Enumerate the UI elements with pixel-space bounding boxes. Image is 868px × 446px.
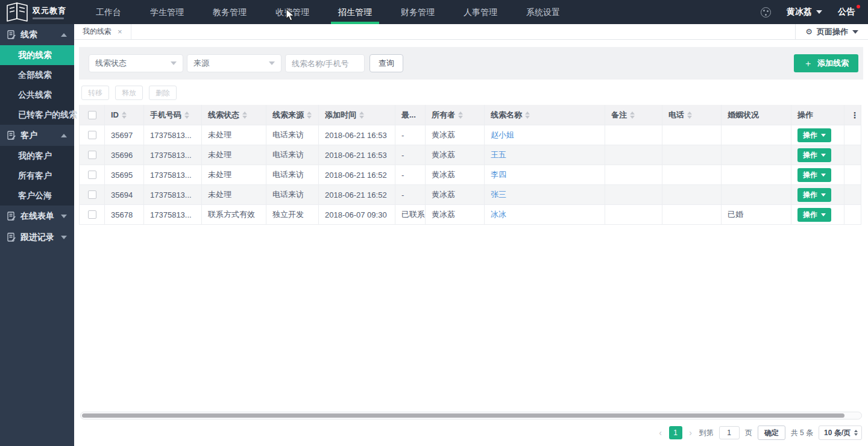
nav-item-学生管理[interactable]: 学生管理	[136, 0, 198, 24]
lead-status-select[interactable]: 线索状态	[89, 54, 183, 72]
cell-status: 未处理	[202, 125, 266, 145]
sidebar-item-全部线索[interactable]: 全部线索	[0, 65, 74, 85]
sort-icon[interactable]	[184, 111, 189, 119]
cell-more	[844, 185, 861, 205]
prev-page-icon[interactable]: ‹	[658, 428, 664, 438]
table-row: 3567817375813...联系方式有效独立开发2018-06-07 09:…	[80, 205, 861, 225]
user-menu[interactable]: 黄冰荔	[787, 7, 822, 17]
chevron-down-icon	[821, 134, 826, 137]
scrollbar-thumb[interactable]	[82, 413, 844, 418]
cell-status: 联系方式有效	[202, 205, 266, 225]
cell-added: 2018-06-21 16:52	[319, 185, 395, 205]
tab-my-leads[interactable]: 我的线索 ×	[74, 24, 131, 39]
sidebar-group-跟进记录[interactable]: 跟进记录	[0, 227, 74, 248]
page-size-select[interactable]: 10 条/页	[819, 426, 862, 440]
nav-item-系统设置[interactable]: 系统设置	[512, 0, 574, 24]
cell-owner: 黄冰荔	[426, 125, 485, 145]
lead-name-link[interactable]: 王五	[491, 149, 506, 160]
pagination: ‹ 1 › 到第 页 确定 共 5 条 10 条/页	[74, 419, 868, 446]
cell-sel	[80, 125, 105, 145]
chevron-down-icon	[61, 236, 67, 239]
sort-icon[interactable]	[122, 111, 127, 119]
goto-confirm-button[interactable]: 确定	[758, 426, 785, 440]
cell-phone: 17375813...	[144, 185, 202, 205]
nav-item-财务管理[interactable]: 财务管理	[386, 0, 449, 24]
sort-icon[interactable]	[630, 111, 635, 119]
page-actions-dropdown[interactable]: ⚙ 页面操作	[795, 24, 868, 39]
cell-tel	[662, 185, 722, 205]
next-page-icon[interactable]: ›	[688, 428, 694, 438]
chevron-down-icon	[61, 215, 67, 218]
leads-table: ID手机号码线索状态线索来源添加时间最...所有者线索名称备注电话婚姻状况操作⋮…	[79, 105, 861, 225]
cell-latest: -	[395, 125, 426, 145]
search-input[interactable]	[285, 54, 365, 72]
sidebar-group-在线表单[interactable]: 在线表单	[0, 206, 74, 227]
row-checkbox[interactable]	[88, 131, 96, 139]
cell-sel	[80, 145, 105, 165]
cell-more	[844, 145, 861, 165]
logo-title: 双元教育	[33, 5, 66, 16]
sidebar-item-我的线索[interactable]: 我的线索	[0, 45, 74, 65]
row-action-button[interactable]: 操作	[797, 148, 831, 162]
select-all-checkbox[interactable]	[88, 111, 96, 119]
add-lead-button[interactable]: ＋ 添加线索	[794, 54, 858, 72]
row-action-button[interactable]: 操作	[797, 128, 831, 142]
lead-name-link[interactable]: 冰冰	[491, 209, 506, 220]
header-cell-tel: 电话	[662, 105, 722, 125]
cell-name: 王五	[485, 145, 605, 165]
row-checkbox[interactable]	[88, 171, 96, 179]
sidebar-group-线索[interactable]: 线索	[0, 24, 74, 45]
header-label-note: 备注	[611, 110, 627, 121]
nav-item-人事管理[interactable]: 人事管理	[449, 0, 512, 24]
column-settings-icon[interactable]: ⋮	[851, 110, 859, 120]
cell-id: 35694	[105, 185, 144, 205]
nav-item-工作台[interactable]: 工作台	[81, 0, 136, 24]
chevron-up-icon	[61, 33, 67, 37]
sidebar-group-客户[interactable]: 客户	[0, 125, 74, 146]
sort-icon[interactable]	[687, 111, 692, 119]
sort-icon[interactable]	[525, 111, 530, 119]
chevron-down-icon	[821, 154, 826, 157]
nav-item-教务管理[interactable]: 教务管理	[198, 0, 261, 24]
sidebar-item-公共线索[interactable]: 公共线索	[0, 85, 74, 105]
chevron-down-icon	[821, 174, 826, 177]
app-logo: 双元教育	[0, 0, 74, 24]
close-icon[interactable]: ×	[118, 28, 122, 36]
sidebar-item-客户公海[interactable]: 客户公海	[0, 186, 74, 206]
cell-note	[605, 145, 662, 165]
sort-icon[interactable]	[242, 111, 247, 119]
row-checkbox[interactable]	[88, 190, 96, 199]
cell-status: 未处理	[202, 145, 266, 165]
nav-item-招生管理[interactable]: 招生管理	[324, 0, 386, 24]
sort-icon[interactable]	[359, 111, 364, 119]
cell-tel	[662, 165, 722, 185]
page-number-1[interactable]: 1	[669, 426, 682, 439]
logo-subtext	[33, 17, 64, 19]
row-checkbox[interactable]	[88, 151, 96, 159]
nav-item-收费管理[interactable]: 收费管理	[261, 0, 324, 24]
row-checkbox[interactable]	[88, 210, 96, 219]
user-name: 黄冰荔	[787, 7, 812, 17]
row-action-button[interactable]: 操作	[797, 208, 831, 222]
source-select[interactable]: 来源	[187, 54, 281, 72]
lead-name-link[interactable]: 赵小姐	[491, 130, 514, 140]
sidebar-item-所有客户[interactable]: 所有客户	[0, 166, 74, 186]
goto-page-input[interactable]	[719, 426, 740, 439]
lead-name-link[interactable]: 李四	[491, 169, 506, 180]
theme-icon[interactable]	[761, 7, 771, 17]
row-action-button[interactable]: 操作	[797, 168, 831, 182]
sort-icon[interactable]	[458, 111, 463, 119]
sidebar-group-label: 跟进记录	[20, 232, 54, 243]
cell-name: 冰冰	[485, 205, 605, 225]
cell-id: 35696	[105, 145, 144, 165]
row-action-button[interactable]: 操作	[797, 188, 831, 202]
sidebar-item-已转客户的线索[interactable]: 已转客户的线索	[0, 105, 74, 125]
bulk-释放-button: 释放	[115, 86, 143, 100]
sort-icon[interactable]	[307, 111, 312, 119]
content-spacer	[74, 225, 868, 412]
search-button[interactable]: 查询	[370, 54, 403, 72]
horizontal-scrollbar[interactable]	[80, 412, 862, 419]
lead-name-link[interactable]: 张三	[491, 189, 506, 200]
announcement-button[interactable]: 公告	[838, 7, 858, 17]
sidebar-item-我的客户[interactable]: 我的客户	[0, 146, 74, 166]
